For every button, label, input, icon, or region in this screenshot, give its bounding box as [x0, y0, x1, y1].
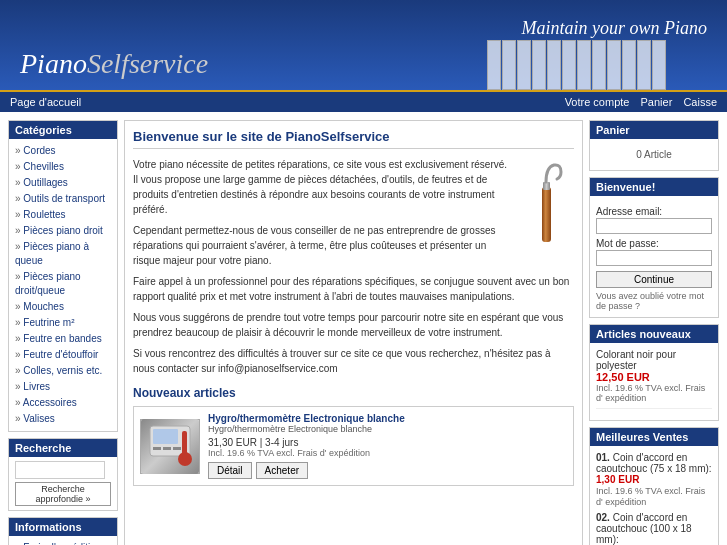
nav-home[interactable]: Page d'accueil	[10, 96, 81, 108]
content-center: Bienvenue sur le site de PianoSelfservic…	[124, 120, 583, 545]
bs1-sub: Incl. 19.6 % TVA excl. Frais d' expéditi…	[596, 486, 705, 507]
navbar: Page d'accueil Votre compte Panier Caiss…	[0, 90, 727, 112]
article-price: 31,30 EUR | 3-4 jurs	[208, 437, 567, 448]
bs1-price: 1,30 EUR	[596, 474, 639, 485]
bs1-num: 01.	[596, 452, 610, 463]
forgot-password[interactable]: Vous avez oublié votre mot de passe ?	[596, 291, 712, 311]
bs2-num: 02.	[596, 512, 610, 523]
svg-rect-0	[542, 187, 551, 242]
info-section: Informations Frais d'expédition et de li…	[8, 517, 118, 545]
para-1: Votre piano nécessite de petites réparat…	[133, 157, 574, 217]
cat-chevilles[interactable]: Chevilles	[15, 159, 111, 175]
logo: PianoSelfservice	[20, 48, 208, 80]
new-article-name: Colorant noir pour polyester	[596, 349, 712, 371]
cat-accessoires[interactable]: Accessoires	[15, 395, 111, 411]
article-info: Hygro/thermomètre Electronique blanche H…	[208, 413, 567, 479]
password-label: Mot de passe:	[596, 238, 712, 249]
logo-piano: Piano	[20, 48, 87, 79]
panier-section: Panier 0 Article	[589, 120, 719, 171]
sidebar-right: Panier 0 Article Bienvenue! Adresse emai…	[589, 120, 719, 545]
svg-rect-3	[153, 429, 178, 444]
best-seller-1: 01. Coin d'accord en caoutchouc (75 x 18…	[596, 452, 712, 507]
svg-rect-4	[153, 447, 161, 450]
detail-button[interactable]: Détail	[208, 462, 252, 479]
panier-title: Panier	[590, 121, 718, 139]
panier-count: 0 Article	[596, 145, 712, 164]
welcome-right-title: Bienvenue!	[590, 178, 718, 196]
info-list: Frais d'expédition et de livraison Intim…	[9, 536, 117, 545]
cat-feutre-bandes[interactable]: Feutre en bandes	[15, 331, 111, 347]
nav-account[interactable]: Votre compte	[565, 96, 630, 108]
header: PianoSelfservice Maintain your own Piano	[0, 0, 727, 90]
categories-section: Catégories Cordes Chevilles Outillages O…	[8, 120, 118, 432]
article-sub: Hygro/thermomètre Electronique blanche	[208, 424, 567, 434]
cat-mouches[interactable]: Mouches	[15, 299, 111, 315]
thermo-graphic	[141, 419, 199, 474]
search-section: Recherche Recherche approfondie »	[8, 438, 118, 511]
welcome-title: Bienvenue sur le site de PianoSelfservic…	[133, 129, 574, 149]
buy-button[interactable]: Acheter	[256, 462, 308, 479]
cat-outils-transport[interactable]: Outils de transport	[15, 191, 111, 207]
cat-pieces-droit-queue[interactable]: Pièces piano droit/queue	[15, 269, 111, 299]
categories-title: Catégories	[9, 121, 117, 139]
login-form: Adresse email: Mot de passe: Continue Vo…	[590, 196, 718, 317]
email-input[interactable]	[596, 218, 712, 234]
nav-checkout[interactable]: Caisse	[683, 96, 717, 108]
best-seller-2: 02. Coin d'accord en caoutchouc (100 x 1…	[596, 512, 712, 545]
new-article-1: Colorant noir pour polyester 12,50 EUR I…	[596, 349, 712, 409]
para-2: Cependant permettez-nous de vous conseil…	[133, 223, 574, 268]
para-4: Nous vous suggérons de prendre tout votr…	[133, 310, 574, 340]
article-image	[140, 419, 200, 474]
new-articles-right-title: Articles nouveaux	[590, 325, 718, 343]
cat-roulettes[interactable]: Roulettes	[15, 207, 111, 223]
para-3: Faire appel à un professionnel pour des …	[133, 274, 574, 304]
svg-rect-8	[182, 431, 187, 459]
best-sellers-list: 01. Coin d'accord en caoutchouc (75 x 18…	[590, 446, 718, 545]
email-label: Adresse email:	[596, 206, 712, 217]
cat-pieces-droit[interactable]: Pièces piano droit	[15, 223, 111, 239]
password-input[interactable]	[596, 250, 712, 266]
article-actions: Détail Acheter	[208, 462, 567, 479]
search-button[interactable]: Recherche approfondie »	[15, 482, 111, 506]
cat-pieces-queue[interactable]: Pièces piano à queue	[15, 239, 111, 269]
sidebar-left: Catégories Cordes Chevilles Outillages O…	[8, 120, 118, 545]
search-title: Recherche	[9, 439, 117, 457]
best-sellers-section: Meilleures Ventes 01. Coin d'accord en c…	[589, 427, 719, 545]
bs1-name: Coin d'accord en caoutchouc (75 x 18 mm)…	[596, 452, 712, 474]
cat-valises[interactable]: Valises	[15, 411, 111, 427]
new-articles-title: Nouveaux articles	[133, 386, 574, 400]
new-article-item: Colorant noir pour polyester 12,50 EUR I…	[590, 343, 718, 420]
cat-outillages[interactable]: Outillages	[15, 175, 111, 191]
piano-keys-decoration	[487, 40, 667, 90]
cat-colles[interactable]: Colles, vernis etc.	[15, 363, 111, 379]
article-tax: Incl. 19.6 % TVA excl. Frais d' expéditi…	[208, 448, 567, 458]
best-sellers-title: Meilleures Ventes	[590, 428, 718, 446]
categories-list: Cordes Chevilles Outillages Outils de tr…	[9, 139, 117, 431]
logo-self: Selfservice	[87, 48, 208, 79]
nav-basket[interactable]: Panier	[641, 96, 673, 108]
article-row: Hygro/thermomètre Electronique blanche H…	[133, 406, 574, 486]
navbar-right: Votre compte Panier Caisse	[557, 96, 717, 108]
new-article-price: 12,50 EUR	[596, 371, 712, 383]
continue-button[interactable]: Continue	[596, 271, 712, 288]
cat-feutre-etouffoir[interactable]: Feutre d'étouffoir	[15, 347, 111, 363]
search-input[interactable]	[15, 461, 105, 479]
info-title: Informations	[9, 518, 117, 536]
new-article-sub: Incl. 19.6 % TVA excl. Frais d' expéditi…	[596, 383, 712, 403]
para-5: Si vous rencontrez des difficultés à tro…	[133, 346, 574, 376]
article-name: Hygro/thermomètre Electronique blanche	[208, 413, 567, 424]
svg-rect-6	[173, 447, 181, 450]
search-content: Recherche approfondie »	[9, 457, 117, 510]
login-section: Bienvenue! Adresse email: Mot de passe: …	[589, 177, 719, 318]
tagline: Maintain your own Piano	[522, 18, 708, 39]
svg-rect-5	[163, 447, 171, 450]
cat-feutrine[interactable]: Feutrine m²	[15, 315, 111, 331]
tuning-fork-image	[519, 157, 574, 249]
bs2-name: Coin d'accord en caoutchouc (100 x 18 mm…	[596, 512, 692, 545]
info-frais[interactable]: Frais d'expédition et de livraison	[15, 540, 111, 545]
main-layout: Catégories Cordes Chevilles Outillages O…	[0, 112, 727, 545]
new-articles-section: Articles nouveaux Colorant noir pour pol…	[589, 324, 719, 421]
cat-livres[interactable]: Livres	[15, 379, 111, 395]
panier-content: 0 Article	[590, 139, 718, 170]
cat-cordes[interactable]: Cordes	[15, 143, 111, 159]
